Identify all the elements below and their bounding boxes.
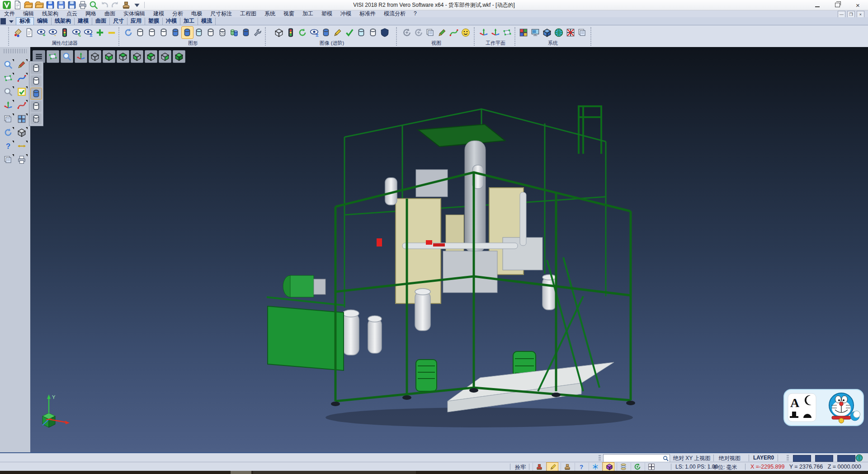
menu-item-19[interactable]: 模流分析 (380, 10, 410, 17)
multi-shade-icon[interactable] (229, 27, 240, 38)
hide-entities-icon[interactable]: - (47, 27, 59, 38)
quick-access-dropdown-icon[interactable] (132, 0, 142, 9)
snap-3d-icon[interactable] (589, 463, 600, 471)
measure-icon[interactable] (15, 140, 28, 152)
toolbar-tab-4[interactable]: 建模 (75, 18, 92, 25)
color-table-icon[interactable] (518, 27, 529, 38)
search-input[interactable] (604, 455, 663, 461)
system-settings-icon[interactable] (542, 27, 553, 38)
validate-icon[interactable] (344, 27, 355, 38)
3d-viewport[interactable]: Y A (30, 47, 868, 452)
regenerate-icon[interactable] (123, 27, 134, 38)
toolbar-tab-5[interactable]: 曲面 (92, 18, 110, 25)
print-icon[interactable] (78, 0, 87, 9)
sketch-view-icon[interactable] (448, 27, 460, 38)
graphics-settings-icon[interactable] (252, 27, 264, 38)
mdi-minimize-button[interactable]: — (838, 11, 845, 18)
menu-item-5[interactable]: 网格 (81, 10, 100, 17)
visi-logo-icon[interactable] (2, 0, 11, 9)
selection-options-icon[interactable] (2, 59, 14, 71)
menu-item-12[interactable]: 工程图 (236, 10, 260, 17)
workplane-entity-icon[interactable] (490, 27, 501, 38)
show-entities-icon[interactable]: + (36, 27, 47, 38)
menu-item-10[interactable]: 电极 (187, 10, 206, 17)
search-icon[interactable] (663, 455, 669, 461)
menu-item-7[interactable]: 实体编辑 (119, 10, 149, 17)
copy-image-icon[interactable] (241, 27, 252, 38)
tab-dropdown-icon[interactable] (7, 18, 15, 25)
redo-icon[interactable] (111, 0, 120, 9)
selection-filter-icon[interactable] (59, 27, 71, 38)
grid-settings-icon[interactable] (565, 27, 576, 38)
advanced-filter-icon[interactable] (285, 27, 297, 38)
fit-view-icon[interactable] (47, 50, 59, 63)
attribute-palette-icon[interactable] (2, 113, 14, 125)
dynamic-pan-icon[interactable] (413, 27, 425, 38)
strip-flat-icon[interactable] (31, 101, 42, 112)
transparent-view-icon[interactable] (193, 27, 205, 38)
top-view-icon[interactable] (117, 50, 129, 63)
toolbar-tab-8[interactable]: 塑膜 (145, 18, 163, 25)
view-manager-icon[interactable] (425, 27, 436, 38)
status-help-icon[interactable]: ? (575, 463, 586, 471)
show-all-icon[interactable] (94, 27, 106, 38)
delete-sketch-icon[interactable] (15, 59, 28, 71)
save-copy-icon[interactable] (67, 0, 76, 9)
shaded-view-icon[interactable] (170, 27, 181, 38)
new-document-icon[interactable] (13, 0, 22, 9)
save-as-icon[interactable] (57, 0, 66, 9)
transparency-icon[interactable] (356, 27, 367, 38)
dynamic-rotate-icon[interactable] (401, 27, 413, 38)
ucs-icon[interactable] (75, 50, 87, 63)
stamp-icon[interactable] (561, 463, 572, 471)
notes-icon[interactable] (533, 463, 544, 471)
hide-all-icon[interactable] (106, 27, 118, 38)
toolbar-tab-2[interactable]: 编辑 (34, 18, 52, 25)
isometric-view-icon[interactable] (89, 50, 101, 63)
toolbar-tab-11[interactable]: 模流 (198, 18, 216, 25)
menu-item-3[interactable]: 线架构 (38, 10, 62, 17)
shaded-cube-view-icon[interactable] (173, 50, 185, 63)
context-help-icon[interactable]: ? (2, 140, 14, 152)
menu-item-18[interactable]: 标准件 (355, 10, 380, 17)
menu-item-8[interactable]: 建模 (149, 10, 168, 17)
close-button[interactable]: × (848, 0, 868, 10)
refresh-visibility-icon[interactable]: ↻ (71, 27, 82, 38)
menu-item-14[interactable]: 视窗 (279, 10, 298, 17)
hidden-line-view-icon[interactable] (146, 27, 158, 38)
view-orientation-label[interactable]: 绝对 XY 上视图 (673, 455, 710, 462)
menu-item-1[interactable]: 文件 (0, 10, 19, 17)
strip-shaded-icon[interactable] (31, 88, 42, 99)
move-ucs-icon[interactable] (2, 100, 14, 111)
shaded-edges-view-icon[interactable] (182, 27, 193, 38)
quad-view-icon[interactable] (645, 463, 656, 471)
refresh-display-icon[interactable] (2, 127, 14, 138)
freeform-icon[interactable] (15, 100, 28, 111)
strip-hidden-line-icon[interactable] (31, 76, 42, 86)
solid-preview-icon[interactable] (15, 127, 28, 138)
toolbar-tab-6[interactable]: 尺寸 (110, 18, 127, 25)
import-file-icon[interactable] (35, 0, 44, 9)
advanced-refresh-icon[interactable] (297, 27, 308, 38)
zoom-options-icon[interactable] (2, 86, 14, 98)
layer-palette-icon[interactable] (2, 154, 14, 166)
layer-display-icon[interactable] (577, 27, 588, 38)
display-settings-icon[interactable] (530, 27, 541, 38)
color-swatch-2[interactable] (815, 455, 833, 462)
menu-item-17[interactable]: 冲模 (336, 10, 355, 17)
toolbar-tab-7[interactable]: 应用 (127, 18, 145, 25)
menu-item-11[interactable]: 尺寸标注 (206, 10, 236, 17)
bottom-view-icon[interactable] (103, 50, 115, 63)
window-select-icon[interactable] (2, 72, 14, 84)
section-blue-icon[interactable] (321, 27, 332, 38)
clip-plane-icon[interactable] (368, 27, 379, 38)
invert-visibility-icon[interactable]: ± (83, 27, 94, 38)
wireframe-view-icon[interactable] (135, 27, 146, 38)
box-mode-icon[interactable] (603, 463, 614, 471)
mdi-restore-button[interactable]: ❐ (847, 11, 855, 18)
menu-item-20[interactable]: ? (410, 10, 421, 17)
back-view-icon[interactable] (145, 50, 157, 63)
print-preview-icon[interactable] (89, 0, 98, 9)
menu-item-6[interactable]: 曲面 (100, 10, 119, 17)
advanced-invert-icon[interactable]: ± (309, 27, 320, 38)
